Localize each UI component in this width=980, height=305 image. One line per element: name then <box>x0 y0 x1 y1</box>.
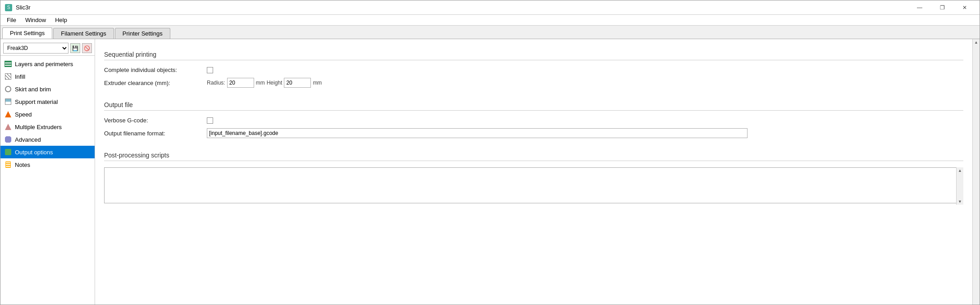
sidebar-item-infill[interactable]: Infill <box>0 70 95 83</box>
maximize-button[interactable]: ❐ <box>932 1 953 14</box>
scroll-down-arrow[interactable]: ▼ <box>958 199 962 204</box>
tab-bar: Print Settings Filament Settings Printer… <box>0 26 980 39</box>
post-processing-wrapper: ▲ ▼ <box>104 167 963 205</box>
height-unit: mm <box>313 80 322 86</box>
speed-icon <box>4 110 12 118</box>
sidebar-item-speed-label: Speed <box>15 111 32 118</box>
sidebar-item-layers-label: Layers and perimeters <box>15 61 73 67</box>
textarea-scrollbar[interactable]: ▲ ▼ <box>956 167 963 205</box>
sidebar-item-infill-label: Infill <box>15 73 25 80</box>
height-label: Height <box>267 80 283 86</box>
skirt-icon <box>4 85 12 93</box>
layers-icon <box>4 60 12 68</box>
sidebar-item-extruders-label: Multiple Extruders <box>15 124 62 130</box>
menu-bar: File Window Help <box>0 15 980 26</box>
sidebar-item-skirt-label: Skirt and brim <box>15 86 51 93</box>
sidebar-item-output[interactable]: Output options <box>0 146 95 158</box>
close-button[interactable]: ✕ <box>954 1 975 14</box>
complete-objects-checkbox[interactable] <box>207 67 213 73</box>
sidebar-item-advanced-label: Advanced <box>15 136 41 143</box>
app-icon: S <box>5 4 12 11</box>
extruder-icon <box>4 123 12 131</box>
radius-input[interactable] <box>227 78 254 88</box>
verbose-gcode-checkbox[interactable] <box>207 117 213 124</box>
output-format-row: Output filename format: <box>104 128 963 138</box>
save-profile-button[interactable]: 💾 <box>70 43 80 53</box>
sidebar-item-notes-label: Notes <box>15 161 30 168</box>
notes-icon <box>4 161 12 169</box>
main-content: Freak3D 💾 🚫 Layers and perimeters Infill <box>0 39 980 305</box>
menu-file[interactable]: File <box>2 16 21 24</box>
output-format-input[interactable] <box>207 128 748 138</box>
radius-label: Radius: <box>207 80 225 86</box>
delete-profile-button[interactable]: 🚫 <box>82 43 92 53</box>
minimize-button[interactable]: — <box>909 1 930 14</box>
app-title: Slic3r <box>16 4 31 11</box>
verbose-gcode-row: Verbose G-code: <box>104 117 963 124</box>
window-controls: — ❐ ✕ <box>909 1 975 14</box>
main-window: S Slic3r — ❐ ✕ File Window Help Print Se… <box>0 0 980 305</box>
output-file-header: Output file <box>104 101 963 111</box>
sidebar-item-notes[interactable]: Notes <box>0 158 95 171</box>
main-scroll-up[interactable]: ▲ <box>974 40 978 45</box>
sidebar: Freak3D 💾 🚫 Layers and perimeters Infill <box>0 39 95 305</box>
extruder-clearance-label: Extruder clearance (mm): <box>104 80 203 86</box>
content-area: Sequential printing Complete individual … <box>95 39 972 305</box>
sidebar-item-support-label: Support material <box>15 99 58 105</box>
menu-help[interactable]: Help <box>50 16 72 24</box>
sidebar-item-skirt[interactable]: Skirt and brim <box>0 83 95 95</box>
sidebar-item-output-label: Output options <box>15 149 53 156</box>
post-processing-textarea[interactable] <box>104 167 963 203</box>
complete-objects-row: Complete individual objects: <box>104 67 963 73</box>
tab-filament-settings[interactable]: Filament Settings <box>53 28 114 39</box>
sidebar-item-layers[interactable]: Layers and perimeters <box>0 58 95 70</box>
sidebar-items: Layers and perimeters Infill Skirt and b… <box>0 56 95 303</box>
extruder-clearance-inputs: Radius: mm Height mm <box>207 78 322 88</box>
sidebar-item-extruders[interactable]: Multiple Extruders <box>0 121 95 133</box>
output-icon <box>4 148 12 156</box>
extruder-clearance-row: Extruder clearance (mm): Radius: mm Heig… <box>104 78 963 88</box>
verbose-gcode-label: Verbose G-code: <box>104 117 203 124</box>
sequential-printing-header: Sequential printing <box>104 51 963 60</box>
radius-unit: mm <box>256 80 265 86</box>
height-input[interactable] <box>284 78 311 88</box>
tab-print-settings[interactable]: Print Settings <box>2 27 52 39</box>
tab-printer-settings[interactable]: Printer Settings <box>115 28 170 39</box>
scroll-up-arrow[interactable]: ▲ <box>958 168 962 173</box>
infill-icon <box>4 72 12 81</box>
output-format-label: Output filename format: <box>104 130 203 137</box>
menu-window[interactable]: Window <box>21 16 50 24</box>
sidebar-item-advanced[interactable]: Advanced <box>0 133 95 146</box>
sidebar-toolbar: Freak3D 💾 🚫 <box>0 41 95 56</box>
post-processing-header: Post-processing scripts <box>104 152 963 161</box>
sidebar-item-support[interactable]: Support material <box>0 95 95 108</box>
complete-objects-label: Complete individual objects: <box>104 67 203 73</box>
title-bar: S Slic3r — ❐ ✕ <box>0 0 980 15</box>
support-icon <box>4 98 12 106</box>
main-scrollbar[interactable]: ▲ <box>972 39 980 305</box>
sidebar-item-speed[interactable]: Speed <box>0 108 95 121</box>
profile-select[interactable]: Freak3D <box>3 43 68 54</box>
advanced-icon <box>4 135 12 144</box>
title-bar-left: S Slic3r <box>5 4 31 11</box>
